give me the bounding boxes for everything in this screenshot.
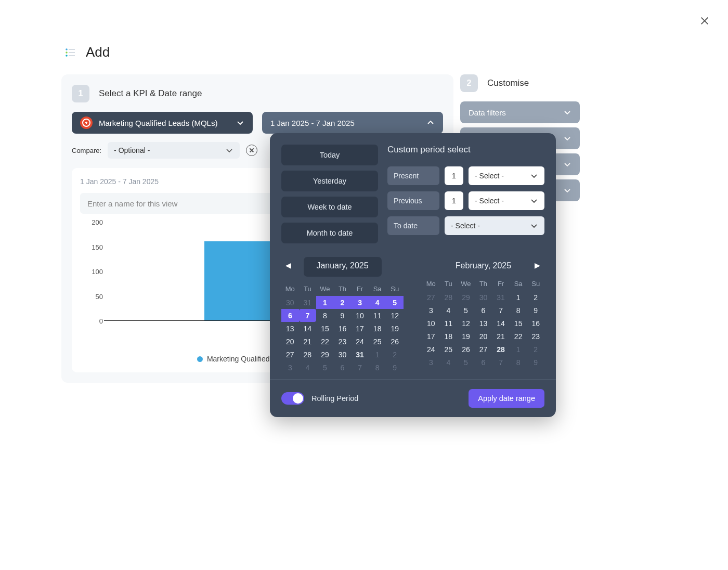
calendar-day[interactable]: 4 [369,296,386,309]
calendar-day[interactable]: 27 [475,343,492,356]
calendar-day[interactable]: 28 [440,291,458,304]
calendar-day[interactable]: 25 [440,343,458,356]
calendar-day[interactable]: 26 [386,335,404,348]
calendar-day[interactable]: 4 [440,304,458,317]
calendar-day[interactable]: 6 [281,309,299,322]
previous-num-input[interactable]: 1 [445,191,463,210]
calendar-day[interactable]: 2 [386,348,404,361]
calendar-day[interactable]: 28 [492,343,510,356]
calendar-day[interactable]: 9 [527,356,544,369]
previous-unit-select[interactable]: - Select - [469,191,544,210]
calendar-day[interactable]: 19 [386,322,404,335]
calendar-day[interactable]: 30 [334,348,352,361]
calendar-day[interactable]: 22 [316,335,334,348]
calendar-day[interactable]: 13 [475,317,492,330]
calendar-day[interactable]: 29 [316,348,334,361]
calendar-day[interactable]: 18 [440,330,458,343]
calendar-day[interactable]: 20 [281,335,299,348]
compare-select[interactable]: - Optional - [108,142,240,159]
calendar-day[interactable]: 5 [386,296,404,309]
preset-yesterday[interactable]: Yesterday [281,171,378,191]
calendar-day[interactable]: 2 [334,296,352,309]
calendar-next-icon[interactable]: ▶ [535,261,540,269]
rolling-period-toggle[interactable] [281,392,304,405]
calendar-day[interactable]: 16 [334,322,352,335]
calendar-day[interactable]: 28 [299,348,317,361]
calendar-day[interactable]: 17 [422,330,440,343]
calendar-day[interactable]: 27 [422,291,440,304]
calendar-day[interactable]: 15 [316,322,334,335]
calendar-day[interactable]: 16 [527,317,544,330]
preset-today[interactable]: Today [281,145,378,165]
todate-unit-select[interactable]: - Select - [445,216,544,235]
calendar-day[interactable]: 9 [334,309,352,322]
calendar-day[interactable]: 3 [351,296,369,309]
calendar-day[interactable]: 4 [440,356,458,369]
calendar-day[interactable]: 30 [475,291,492,304]
compare-clear-icon[interactable] [246,145,257,156]
calendar-day[interactable]: 1 [369,348,386,361]
calendar-day[interactable]: 18 [369,322,386,335]
calendar-day[interactable]: 9 [527,304,544,317]
close-icon[interactable] [699,16,710,26]
calendar-day[interactable]: 8 [369,361,386,374]
calendar-day[interactable]: 2 [527,291,544,304]
calendar-day[interactable]: 22 [510,330,527,343]
calendar-day[interactable]: 24 [351,335,369,348]
calendar-day[interactable]: 7 [492,304,510,317]
calendar-day[interactable]: 8 [510,356,527,369]
calendar-day[interactable]: 7 [492,356,510,369]
present-num-input[interactable]: 1 [445,166,463,185]
preset-week-to-date[interactable]: Week to date [281,197,378,217]
present-unit-select[interactable]: - Select - [469,166,544,185]
calendar-day[interactable]: 19 [457,330,475,343]
calendar-day[interactable]: 12 [457,317,475,330]
calendar-day[interactable]: 6 [334,361,352,374]
calendar-day[interactable]: 31 [492,291,510,304]
calendar-day[interactable]: 7 [351,361,369,374]
calendar-day[interactable]: 15 [510,317,527,330]
calendar-day[interactable]: 10 [422,317,440,330]
calendar-day[interactable]: 12 [386,309,404,322]
calendar-day[interactable]: 10 [351,309,369,322]
calendar-day[interactable]: 5 [316,361,334,374]
calendar-day[interactable]: 5 [457,304,475,317]
calendar-day[interactable]: 21 [492,330,510,343]
calendar-day[interactable]: 8 [510,304,527,317]
calendar-day[interactable]: 29 [457,291,475,304]
calendar-day[interactable]: 5 [457,356,475,369]
calendar-day[interactable]: 1 [510,343,527,356]
calendar-day[interactable]: 6 [475,356,492,369]
calendar-day[interactable]: 3 [281,361,299,374]
calendar-day[interactable]: 17 [351,322,369,335]
kpi-select-button[interactable]: Marketing Qualified Leads (MQLs) [72,112,253,134]
calendar-day[interactable]: 20 [475,330,492,343]
calendar-day[interactable]: 13 [281,322,299,335]
calendar-day[interactable]: 7 [299,309,317,322]
calendar-day[interactable]: 4 [299,361,317,374]
calendar-day[interactable]: 23 [334,335,352,348]
apply-date-range-button[interactable]: Apply date range [469,389,544,408]
calendar-day[interactable]: 25 [369,335,386,348]
calendar-day[interactable]: 23 [527,330,544,343]
calendar-day[interactable]: 1 [510,291,527,304]
calendar-day[interactable]: 27 [281,348,299,361]
calendar-day[interactable]: 14 [299,322,317,335]
calendar-day[interactable]: 11 [369,309,386,322]
calendar-day[interactable]: 31 [299,296,317,309]
calendar-day[interactable]: 30 [281,296,299,309]
calendar-prev-icon[interactable]: ◀ [285,261,291,269]
calendar-day[interactable]: 9 [386,361,404,374]
data-filters-button[interactable]: Data filters [460,101,580,123]
calendar-day[interactable]: 11 [440,317,458,330]
calendar-day[interactable]: 8 [316,309,334,322]
calendar-day[interactable]: 3 [422,304,440,317]
calendar-day[interactable]: 31 [351,348,369,361]
calendar-day[interactable]: 21 [299,335,317,348]
calendar-day[interactable]: 6 [475,304,492,317]
date-range-button[interactable]: 1 Jan 2025 - 7 Jan 2025 [262,112,443,134]
calendar-day[interactable]: 24 [422,343,440,356]
calendar-day[interactable]: 2 [527,343,544,356]
calendar-day[interactable]: 14 [492,317,510,330]
calendar-day[interactable]: 1 [316,296,334,309]
